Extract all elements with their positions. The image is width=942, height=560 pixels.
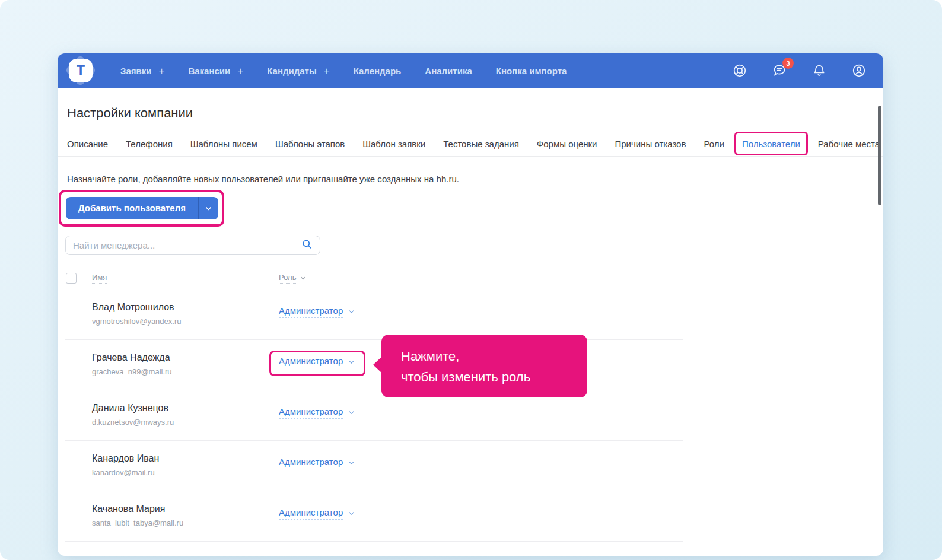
page-background: T Заявки + Вакансии + Кандидаты + Календ… [0, 0, 942, 560]
role-dropdown[interactable]: Администратор [279, 356, 355, 368]
table-row: Качанова Мария santa_lubit_tabya@mail.ru… [65, 491, 683, 542]
role-column-header[interactable]: Роль [279, 273, 307, 284]
add-request-icon[interactable]: + [158, 66, 164, 76]
users-table: Имя Роль Влад Мотрошилов vgmotroshilov@y… [65, 273, 683, 542]
user-name: Качанова Мария [92, 504, 165, 514]
settings-tabs: Описание Телефония Шаблоны писем Шаблоны… [58, 139, 883, 157]
user-email: d.kuznetsov@mways.ru [92, 418, 174, 427]
table-row: Канардов Иван kanardov@mail.ru Администр… [65, 441, 683, 491]
page-title: Настройки компании [67, 106, 883, 121]
tab-rejection-reasons[interactable]: Причины отказов [615, 139, 686, 149]
chevron-down-icon [348, 510, 355, 517]
top-navigation-bar: T Заявки + Вакансии + Кандидаты + Календ… [58, 53, 883, 88]
table-header: Имя Роль [65, 273, 683, 289]
nav-item-vacancies[interactable]: Вакансии + [188, 66, 243, 76]
add-vacancy-icon[interactable]: + [237, 66, 243, 76]
tab-roles[interactable]: Роли [704, 139, 724, 149]
chevron-down-icon [348, 459, 355, 467]
tutorial-callout: Нажмите, чтобы изменить роль [381, 335, 587, 397]
add-candidate-icon[interactable]: + [324, 66, 330, 76]
user-name: Данила Кузнецов [92, 403, 168, 413]
add-user-button-group: Добавить пользователя [66, 197, 218, 219]
tab-description[interactable]: Описание [67, 139, 108, 149]
role-dropdown[interactable]: Администратор [279, 507, 355, 520]
callout-text: Нажмите, чтобы изменить роль [401, 346, 587, 387]
role-dropdown[interactable]: Администратор [279, 306, 355, 318]
add-user-button[interactable]: Добавить пользователя [66, 197, 218, 219]
table-row: Данила Кузнецов d.kuznetsov@mways.ru Адм… [65, 390, 683, 441]
nav-item-requests[interactable]: Заявки + [120, 66, 164, 76]
role-dropdown[interactable]: Администратор [279, 457, 355, 469]
app-logo[interactable]: T [67, 57, 94, 84]
chat-messages-icon[interactable]: 3 [772, 63, 787, 78]
search-input[interactable] [73, 240, 301, 250]
bell-notifications-icon[interactable] [811, 63, 827, 78]
tab-request-template[interactable]: Шаблон заявки [362, 139, 425, 149]
tab-test-assignments[interactable]: Тестовые задания [443, 139, 519, 149]
tab-stage-templates[interactable]: Шаблоны этапов [275, 139, 345, 149]
lifebuoy-help-icon[interactable] [732, 63, 747, 78]
topbar-icons: 3 [732, 63, 867, 78]
add-user-dropdown-toggle[interactable] [198, 197, 218, 219]
user-email: kanardov@mail.ru [92, 468, 155, 477]
user-name: Влад Мотрошилов [92, 302, 174, 313]
nav-item-import-button[interactable]: Кнопка импорта [496, 66, 567, 76]
user-email: santa_lubit_tabya@mail.ru [92, 518, 183, 527]
chevron-down-icon [204, 204, 213, 213]
user-email: gracheva_n99@mail.ru [92, 367, 172, 376]
chevron-down-icon [348, 409, 355, 416]
tab-users[interactable]: Пользователи [742, 139, 800, 149]
nav-item-calendar[interactable]: Календарь [354, 66, 402, 76]
select-all-checkbox[interactable] [66, 273, 77, 284]
nav-item-candidates[interactable]: Кандидаты + [267, 66, 329, 76]
user-email: vgmotroshilov@yandex.ru [92, 317, 181, 326]
main-nav: Заявки + Вакансии + Кандидаты + Календар… [120, 66, 567, 76]
settings-card: T Заявки + Вакансии + Кандидаты + Календ… [58, 53, 883, 556]
chevron-down-icon [348, 308, 355, 316]
tab-email-templates[interactable]: Шаблоны писем [190, 139, 257, 149]
user-account-icon[interactable] [851, 63, 867, 78]
user-name: Канардов Иван [92, 453, 159, 464]
role-dropdown[interactable]: Администратор [279, 406, 355, 419]
chevron-down-icon [348, 358, 355, 366]
search-icon[interactable] [301, 238, 313, 252]
name-column-header[interactable]: Имя [92, 273, 107, 284]
section-description: Назначайте роли, добавляйте новых пользо… [67, 174, 883, 184]
tab-evaluation-forms[interactable]: Формы оценки [537, 139, 597, 149]
chat-unread-badge: 3 [782, 58, 794, 69]
nav-item-analytics[interactable]: Аналитика [425, 66, 472, 76]
user-name: Грачева Надежда [92, 352, 170, 363]
logo-letter: T [69, 59, 93, 82]
table-row: Влад Мотрошилов vgmotroshilov@yandex.ru … [65, 289, 683, 340]
vertical-scrollbar[interactable] [878, 106, 881, 205]
chevron-down-icon [300, 275, 307, 282]
tab-telephony[interactable]: Телефония [126, 139, 173, 149]
manager-search [65, 236, 320, 255]
tab-workplaces[interactable]: Рабочие места [818, 139, 880, 149]
